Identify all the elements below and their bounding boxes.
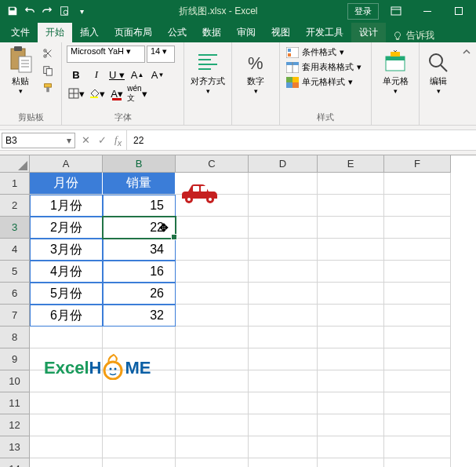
cell-E9[interactable] bbox=[318, 348, 384, 370]
tab-page-layout[interactable]: 页面布局 bbox=[107, 23, 160, 42]
row-header-10[interactable]: 10 bbox=[0, 370, 30, 392]
cell-A13[interactable] bbox=[30, 436, 103, 458]
cell-E10[interactable] bbox=[318, 370, 384, 392]
selected-cell[interactable]: 22✥ bbox=[103, 217, 176, 239]
row-header-13[interactable]: 13 bbox=[0, 436, 30, 458]
collapse-ribbon-button[interactable] bbox=[457, 42, 476, 125]
cell-D5[interactable] bbox=[249, 261, 318, 283]
cell-D8[interactable] bbox=[249, 327, 318, 348]
cell-E13[interactable] bbox=[318, 436, 384, 458]
login-button[interactable]: 登录 bbox=[347, 3, 379, 20]
cell-A6[interactable]: 5月份 bbox=[30, 283, 103, 305]
increase-font-button[interactable]: A▲ bbox=[128, 66, 147, 83]
tab-view[interactable]: 视图 bbox=[263, 23, 298, 42]
cell-F5[interactable] bbox=[384, 261, 451, 283]
cut-button[interactable] bbox=[39, 46, 56, 61]
cell-F4[interactable] bbox=[384, 239, 451, 261]
select-all-corner[interactable] bbox=[0, 155, 30, 173]
cell-E12[interactable] bbox=[318, 414, 384, 436]
tab-design[interactable]: 设计 bbox=[351, 23, 386, 42]
insert-function-button[interactable]: fx bbox=[114, 133, 122, 148]
cell-A5[interactable]: 4月份 bbox=[30, 261, 103, 283]
cell-D11[interactable] bbox=[249, 392, 318, 414]
tell-me-search[interactable]: 告诉我 bbox=[392, 29, 434, 42]
undo-icon[interactable] bbox=[22, 3, 38, 19]
cell-B13[interactable] bbox=[103, 436, 176, 458]
cell-F2[interactable] bbox=[384, 195, 451, 217]
column-header-E[interactable]: E bbox=[318, 155, 384, 173]
cell-C6[interactable] bbox=[176, 283, 249, 305]
qat-customize-icon[interactable]: ▾ bbox=[74, 3, 89, 19]
cell-E11[interactable] bbox=[318, 392, 384, 414]
font-name-select[interactable]: Microsoft YaH ▾ bbox=[67, 46, 145, 63]
border-button[interactable]: ▾ bbox=[67, 85, 85, 102]
cell-B8[interactable] bbox=[103, 327, 176, 348]
italic-button[interactable]: I bbox=[87, 66, 106, 83]
car-icon[interactable] bbox=[177, 179, 220, 204]
cell-F3[interactable] bbox=[384, 217, 451, 239]
cell-D2[interactable] bbox=[249, 195, 318, 217]
row-header-4[interactable]: 4 bbox=[0, 239, 30, 261]
column-header-C[interactable]: C bbox=[176, 155, 249, 173]
format-painter-button[interactable] bbox=[39, 80, 56, 96]
cell-D13[interactable] bbox=[249, 436, 318, 458]
fill-color-button[interactable]: ▾ bbox=[87, 85, 106, 102]
cell-B11[interactable] bbox=[103, 392, 176, 414]
print-preview-icon[interactable] bbox=[56, 3, 72, 19]
column-header-F[interactable]: F bbox=[384, 155, 451, 173]
cell-E7[interactable] bbox=[318, 305, 384, 327]
tab-file[interactable]: 文件 bbox=[3, 23, 38, 42]
row-header-11[interactable]: 11 bbox=[0, 392, 30, 414]
underline-button[interactable]: U ▾ bbox=[107, 66, 126, 83]
bold-button[interactable]: B bbox=[67, 66, 85, 83]
cell-C3[interactable] bbox=[176, 217, 249, 239]
ribbon-display-icon[interactable] bbox=[382, 0, 410, 22]
cell-D7[interactable] bbox=[249, 305, 318, 327]
font-color-button[interactable]: A▾ bbox=[107, 85, 126, 102]
confirm-edit-button[interactable]: ✓ bbox=[98, 134, 107, 146]
cell-A2[interactable]: 1月份 bbox=[30, 195, 103, 217]
cell-B7[interactable]: 32 bbox=[103, 305, 176, 327]
tab-formulas[interactable]: 公式 bbox=[160, 23, 194, 42]
cell-A14[interactable] bbox=[30, 458, 103, 467]
paste-button[interactable]: 粘贴 ▾ bbox=[5, 46, 36, 110]
cell-F12[interactable] bbox=[384, 414, 451, 436]
font-size-select[interactable]: 14 ▾ bbox=[147, 46, 175, 63]
cell-A1[interactable]: 月份 bbox=[30, 173, 103, 195]
cell-D1[interactable] bbox=[249, 173, 318, 195]
tab-data[interactable]: 数据 bbox=[194, 23, 229, 42]
name-box[interactable]: B3 ▾ bbox=[2, 133, 75, 148]
cell-C7[interactable] bbox=[176, 305, 249, 327]
cell-F13[interactable] bbox=[384, 436, 451, 458]
cell-F6[interactable] bbox=[384, 283, 451, 305]
cell-C14[interactable] bbox=[176, 458, 249, 467]
cell-A8[interactable] bbox=[30, 327, 103, 348]
row-header-1[interactable]: 1 bbox=[0, 173, 30, 195]
tab-developer[interactable]: 开发工具 bbox=[298, 23, 351, 42]
row-header-6[interactable]: 6 bbox=[0, 283, 30, 305]
editing-button[interactable]: 编辑 ▾ bbox=[424, 46, 452, 112]
row-header-3[interactable]: 3 bbox=[0, 217, 30, 239]
redo-icon[interactable] bbox=[39, 3, 55, 19]
tab-insert[interactable]: 插入 bbox=[72, 23, 107, 42]
row-header-8[interactable]: 8 bbox=[0, 327, 30, 348]
row-header-7[interactable]: 7 bbox=[0, 305, 30, 327]
column-header-D[interactable]: D bbox=[249, 155, 318, 173]
chevron-down-icon[interactable]: ▾ bbox=[67, 135, 71, 146]
cell-E2[interactable] bbox=[318, 195, 384, 217]
cell-F1[interactable] bbox=[384, 173, 451, 195]
cell-A11[interactable] bbox=[30, 392, 103, 414]
cell-C8[interactable] bbox=[176, 327, 249, 348]
cell-B2[interactable]: 15 bbox=[103, 195, 176, 217]
cell-D6[interactable] bbox=[249, 283, 318, 305]
row-header-14[interactable]: 14 bbox=[0, 458, 30, 467]
cell-B6[interactable]: 26 bbox=[103, 283, 176, 305]
tab-review[interactable]: 审阅 bbox=[229, 23, 263, 42]
conditional-format-button[interactable]: 条件格式 ▾ bbox=[285, 46, 363, 59]
cell-A3[interactable]: 2月份 bbox=[30, 217, 103, 239]
cell-E5[interactable] bbox=[318, 261, 384, 283]
number-format-button[interactable]: % 数字 ▾ bbox=[237, 46, 274, 112]
cell-B5[interactable]: 16 bbox=[103, 261, 176, 283]
cell-B1[interactable]: 销量 bbox=[103, 173, 176, 195]
maximize-icon[interactable] bbox=[445, 0, 473, 22]
